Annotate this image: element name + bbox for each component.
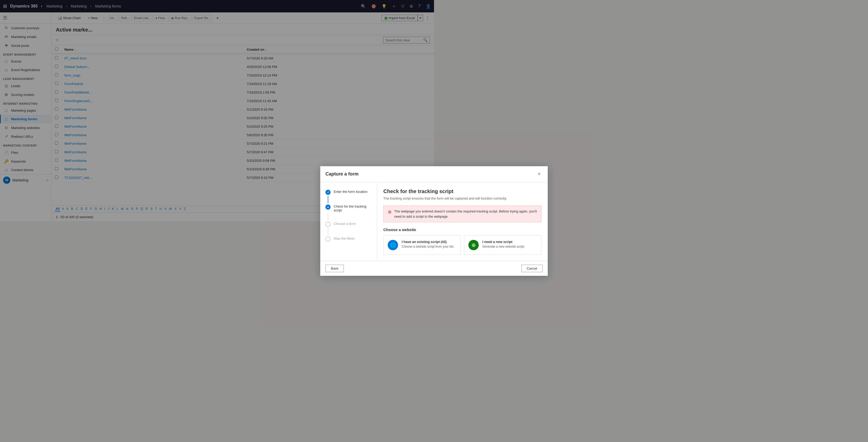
- step-label-2: Check for the tracking script: [334, 204, 372, 212]
- error-banner: ⊗ The webpage you entered doesn't contai…: [383, 206, 434, 221]
- modal-overlay[interactable]: Capture a form × ✓ Enter the form locati…: [0, 0, 434, 221]
- modal-body: ✓ Enter the form location ● Check for th…: [320, 182, 434, 221]
- step-label-1: Enter the form location: [334, 190, 368, 194]
- error-text: The webpage you entered doesn't contain …: [394, 209, 434, 219]
- modal-dialog: Capture a form × ✓ Enter the form locati…: [320, 166, 434, 221]
- step-indicator-2: ●: [326, 204, 331, 210]
- step-indicator-1: ✓: [326, 190, 331, 195]
- error-icon: ⊗: [388, 209, 392, 215]
- modal-header: Capture a form ×: [320, 166, 434, 182]
- modal-title: Capture a form: [326, 171, 359, 177]
- content-subtitle: The tracking script ensures that the for…: [383, 196, 434, 200]
- wizard-sidebar: ✓ Enter the form location ● Check for th…: [320, 182, 377, 221]
- content-heading: Check for the tracking script: [383, 188, 434, 194]
- wizard-step-3[interactable]: Choose a form: [320, 219, 377, 221]
- modal-main-content: Check for the tracking script The tracki…: [377, 182, 434, 221]
- wizard-step-1[interactable]: ✓ Enter the form location: [320, 187, 377, 197]
- wizard-step-2[interactable]: ● Check for the tracking script: [320, 202, 377, 214]
